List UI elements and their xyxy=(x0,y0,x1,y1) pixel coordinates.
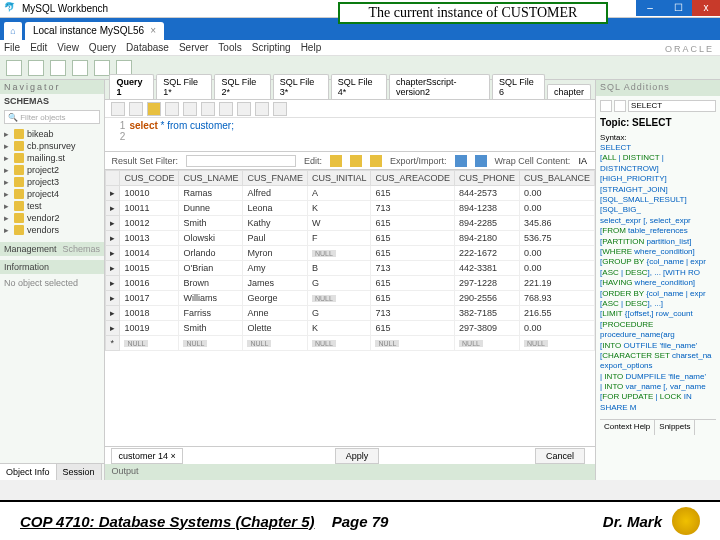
result-toolbar: Result Set Filter: Edit: Export/Import: … xyxy=(105,152,595,170)
close-tab-icon[interactable]: × xyxy=(150,25,156,36)
menu-database[interactable]: Database xyxy=(126,42,169,53)
export-icon[interactable] xyxy=(455,155,467,167)
sql-tab[interactable]: chapterSscript-version2 xyxy=(389,74,490,99)
footer-page: Page 79 xyxy=(332,513,389,530)
column-header[interactable]: CUS_BALANCE xyxy=(520,171,595,186)
help-forward-icon[interactable] xyxy=(614,100,626,112)
toolbar-icon[interactable] xyxy=(201,102,215,116)
menu-server[interactable]: Server xyxy=(179,42,208,53)
close-button[interactable]: x xyxy=(692,0,720,16)
menu-file[interactable]: File xyxy=(4,42,20,53)
oracle-brand: ORACLE xyxy=(665,44,714,54)
toolbar-icon[interactable] xyxy=(237,102,251,116)
schema-item[interactable]: ▸project3 xyxy=(0,176,104,188)
sql-tab[interactable]: SQL File 2* xyxy=(214,74,270,99)
sql-tab[interactable]: chapter xyxy=(547,84,591,99)
toolbar-button[interactable] xyxy=(94,60,110,76)
result-bottom-bar: customer 14 × Apply Cancel xyxy=(105,446,595,464)
connection-tab[interactable]: Local instance MySQL56× xyxy=(25,22,164,40)
sql-tab[interactable]: SQL File 1* xyxy=(156,74,212,99)
edit-icon[interactable] xyxy=(350,155,362,167)
edit-icon[interactable] xyxy=(370,155,382,167)
schema-filter[interactable]: 🔍 Filter objects xyxy=(4,110,100,124)
information-header: Information xyxy=(0,260,104,274)
snippets-tab[interactable]: Snippets xyxy=(655,420,695,434)
session-tab[interactable]: Session xyxy=(57,464,102,480)
maximize-button[interactable]: ☐ xyxy=(664,0,692,16)
help-back-icon[interactable] xyxy=(600,100,612,112)
table-row[interactable]: ▸10010RamasAlfredA615844-25730.00 xyxy=(106,186,595,201)
table-row[interactable]: ▸10015O'BrianAmyB713442-33810.00 xyxy=(106,261,595,276)
window-buttons: – ☐ x xyxy=(636,0,720,16)
table-row[interactable]: ▸10017WilliamsGeorgeNULL615290-2556768.9… xyxy=(106,291,595,306)
toolbar-button[interactable] xyxy=(50,60,66,76)
sql-tab[interactable]: SQL File 4* xyxy=(331,74,387,99)
column-header[interactable]: CUS_PHONE xyxy=(455,171,520,186)
cancel-button[interactable]: Cancel xyxy=(535,448,585,464)
schema-item[interactable]: ▸vendors xyxy=(0,224,104,236)
sql-additions-panel: SQL Additions SELECT Topic: SELECT Synta… xyxy=(595,80,720,480)
table-row[interactable]: ▸10012SmithKathyW615894-2285345.86 xyxy=(106,216,595,231)
minimize-button[interactable]: – xyxy=(636,0,664,16)
schema-item[interactable]: ▸project4 xyxy=(0,188,104,200)
toolbar-icon[interactable] xyxy=(183,102,197,116)
schemas-header: SCHEMAS xyxy=(0,94,104,108)
home-tab[interactable]: ⌂ xyxy=(4,22,22,40)
table-row[interactable]: ▸10011DunneLeonaK713894-12380.00 xyxy=(106,201,595,216)
object-info-tab[interactable]: Object Info xyxy=(0,464,57,480)
menu-bar: File Edit View Query Database Server Too… xyxy=(0,40,720,56)
table-row[interactable]: ▸10016BrownJamesG615297-1228221.19 xyxy=(106,276,595,291)
menu-edit[interactable]: Edit xyxy=(30,42,47,53)
column-header[interactable]: CUS_INITIAL xyxy=(307,171,371,186)
toolbar-icon[interactable] xyxy=(219,102,233,116)
context-help-tab[interactable]: Context Help xyxy=(600,420,655,434)
sql-editor[interactable]: 12 select * from customer; xyxy=(105,118,595,152)
column-header[interactable]: CUS_FNAME xyxy=(243,171,308,186)
schema-item[interactable]: ▸test xyxy=(0,200,104,212)
table-row[interactable]: ▸10014OrlandoMyronNULL615222-16720.00 xyxy=(106,246,595,261)
import-icon[interactable] xyxy=(475,155,487,167)
help-select[interactable]: SELECT xyxy=(628,100,716,112)
sql-editor-toolbar xyxy=(105,100,595,118)
menu-tools[interactable]: Tools xyxy=(218,42,241,53)
toolbar-icon[interactable] xyxy=(255,102,269,116)
schema-item[interactable]: ▸cb.pnsurvey xyxy=(0,140,104,152)
column-header[interactable]: CUS_AREACODE xyxy=(371,171,455,186)
menu-scripting[interactable]: Scripting xyxy=(252,42,291,53)
table-row[interactable]: ▸10018FarrissAnneG713382-7185216.55 xyxy=(106,306,595,321)
edit-icon[interactable] xyxy=(330,155,342,167)
syntax-label: Syntax: xyxy=(600,133,716,143)
toolbar-icon[interactable] xyxy=(129,102,143,116)
result-grid[interactable]: CUS_CODECUS_LNAMECUS_FNAMECUS_INITIALCUS… xyxy=(105,170,595,446)
menu-help[interactable]: Help xyxy=(301,42,322,53)
footer-author: Dr. Mark xyxy=(603,513,662,530)
toolbar-icon[interactable] xyxy=(165,102,179,116)
menu-view[interactable]: View xyxy=(57,42,79,53)
schema-item[interactable]: ▸vendor2 xyxy=(0,212,104,224)
table-row[interactable]: ▸10013OlowskiPaulF615894-2180536.75 xyxy=(106,231,595,246)
table-row[interactable]: ▸10019SmithOletteK615297-38090.00 xyxy=(106,321,595,336)
close-icon[interactable]: × xyxy=(170,451,175,461)
sql-tab[interactable]: SQL File 3* xyxy=(273,74,329,99)
schema-item[interactable]: ▸project2 xyxy=(0,164,104,176)
execute-icon[interactable] xyxy=(147,102,161,116)
sql-tab[interactable]: SQL File 6 xyxy=(492,74,545,99)
schema-item[interactable]: ▸mailing.st xyxy=(0,152,104,164)
toolbar-button[interactable] xyxy=(6,60,22,76)
toolbar-icon[interactable] xyxy=(111,102,125,116)
column-header[interactable]: CUS_CODE xyxy=(120,171,179,186)
apply-button[interactable]: Apply xyxy=(335,448,380,464)
help-topic: Topic: SELECT xyxy=(600,116,716,129)
schema-item[interactable]: ▸bikeab xyxy=(0,128,104,140)
toolbar-icon[interactable] xyxy=(273,102,287,116)
management-header[interactable]: ManagementSchemas xyxy=(0,242,104,256)
menu-query[interactable]: Query xyxy=(89,42,116,53)
app-title: MySQL Workbench xyxy=(22,3,108,14)
sql-tab[interactable]: Query 1 xyxy=(109,74,154,99)
result-filter-input[interactable] xyxy=(186,155,296,167)
toolbar-button[interactable] xyxy=(72,60,88,76)
column-header[interactable]: CUS_LNAME xyxy=(179,171,243,186)
toolbar-button[interactable] xyxy=(28,60,44,76)
result-tab[interactable]: customer 14 × xyxy=(111,448,182,464)
navigator-header: Navigator xyxy=(0,80,104,94)
